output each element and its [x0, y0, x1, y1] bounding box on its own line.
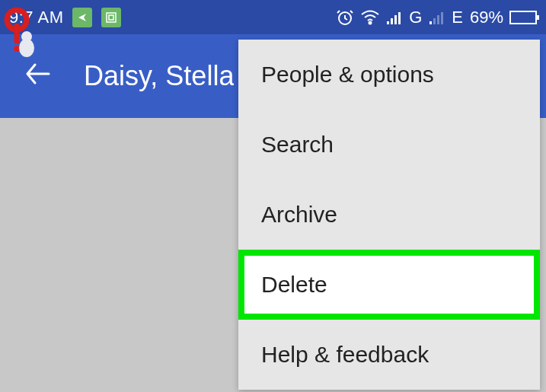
- wifi-icon: [360, 9, 380, 26]
- svg-point-1: [14, 46, 20, 52]
- svg-point-3: [21, 31, 32, 42]
- battery-percent: 69%: [470, 8, 503, 27]
- svg-rect-10: [394, 15, 397, 24]
- svg-rect-4: [107, 13, 116, 22]
- svg-rect-5: [109, 15, 113, 20]
- signal-bars-2: [429, 10, 445, 25]
- signal-bars-1: [386, 10, 403, 25]
- menu-item-label: Help & feedback: [261, 342, 429, 368]
- notification-icon-1: [72, 8, 92, 27]
- back-arrow-icon[interactable]: [23, 59, 53, 94]
- overflow-menu: People & options Search Archive Delete H…: [238, 40, 540, 390]
- status-bar: 9:7 AM G E 69%: [0, 0, 546, 34]
- menu-item-delete[interactable]: Delete: [238, 250, 540, 320]
- signal-g-label: G: [409, 8, 423, 27]
- svg-rect-14: [437, 15, 439, 24]
- menu-item-people-options[interactable]: People & options: [238, 40, 540, 110]
- status-right: G E 69%: [336, 8, 537, 27]
- mascot-logo: [0, 6, 46, 59]
- svg-rect-8: [387, 21, 389, 24]
- menu-item-archive[interactable]: Archive: [238, 180, 540, 250]
- battery-icon: [509, 11, 537, 24]
- menu-item-search[interactable]: Search: [238, 110, 540, 180]
- notification-icon-2: [101, 8, 121, 27]
- svg-rect-11: [398, 12, 401, 24]
- menu-item-help-feedback[interactable]: Help & feedback: [238, 320, 540, 390]
- menu-item-label: Delete: [261, 272, 327, 298]
- alarm-icon: [336, 8, 354, 27]
- svg-rect-9: [391, 18, 393, 24]
- signal-e-label: E: [452, 8, 464, 27]
- menu-item-label: People & options: [261, 62, 434, 88]
- svg-point-7: [369, 21, 372, 24]
- menu-item-label: Archive: [261, 202, 337, 228]
- svg-rect-12: [429, 21, 432, 24]
- menu-item-label: Search: [261, 132, 334, 158]
- conversation-title: Daisy, Stella: [84, 60, 234, 92]
- svg-rect-15: [441, 12, 443, 24]
- svg-rect-13: [433, 18, 436, 24]
